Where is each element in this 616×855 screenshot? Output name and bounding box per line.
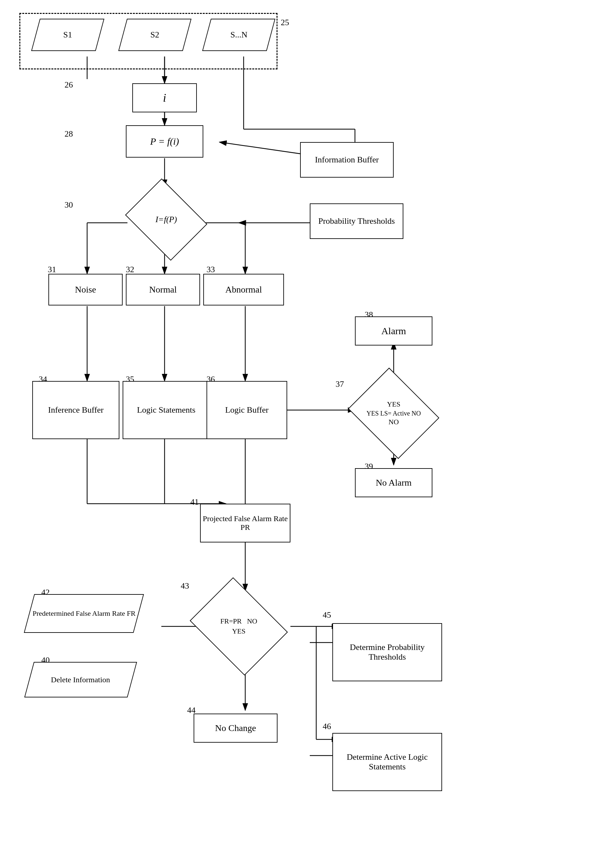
delete-info-node: Delete Information: [24, 662, 137, 697]
info-buffer-node: Information Buffer: [300, 142, 394, 178]
ref-43: 43: [181, 581, 189, 591]
logic-buf-node: Logic Buffer: [206, 381, 287, 439]
ref-45: 45: [323, 610, 331, 620]
logic-stmts-node: Logic Statements: [122, 381, 210, 439]
ref-32: 32: [126, 265, 134, 274]
ref-31: 31: [48, 265, 56, 274]
no-change-node: No Change: [194, 714, 278, 743]
det-prob-thresh-node: Determine Probability Thresholds: [332, 623, 442, 681]
prob-thresh-node: Probability Thresholds: [310, 204, 404, 239]
ref-41: 41: [190, 497, 199, 507]
s2-node: S2: [118, 19, 192, 51]
ref-25: 25: [281, 18, 289, 28]
sn-node: S...N: [202, 19, 275, 51]
diamond3-node: FR=PR NO YES: [194, 591, 284, 662]
noise-node: Noise: [48, 274, 122, 305]
inference-buf-node: Inference Buffer: [32, 381, 119, 439]
ref-46: 46: [323, 722, 331, 731]
ref-37: 37: [336, 379, 344, 389]
predet-far-node: Predetermined False Alarm Rate FR: [24, 594, 144, 633]
diamond1-node: I=f(P): [127, 187, 205, 252]
alarm-node: Alarm: [355, 316, 433, 345]
flowchart-diagram: 25 S1 S2 S...N 26 i 28 P = f(i) 27 Infor…: [0, 0, 616, 855]
det-act-logic-node: Determine Active Logic Statements: [332, 733, 442, 791]
ref-26: 26: [64, 80, 73, 90]
p-node: P = f(i): [126, 125, 203, 158]
diamond2-node: YES YES LS= Active NO NO: [352, 378, 436, 449]
abnormal-node: Abnormal: [203, 274, 284, 305]
proj-far-node: Projected False Alarm Rate PR: [200, 504, 290, 542]
ref-28: 28: [64, 129, 73, 139]
no-alarm-node: No Alarm: [355, 468, 433, 497]
s1-node: S1: [31, 19, 104, 51]
normal-node: Normal: [126, 274, 200, 305]
ref-30: 30: [64, 200, 73, 210]
ref-33: 33: [206, 265, 215, 274]
i-node: i: [132, 83, 197, 112]
